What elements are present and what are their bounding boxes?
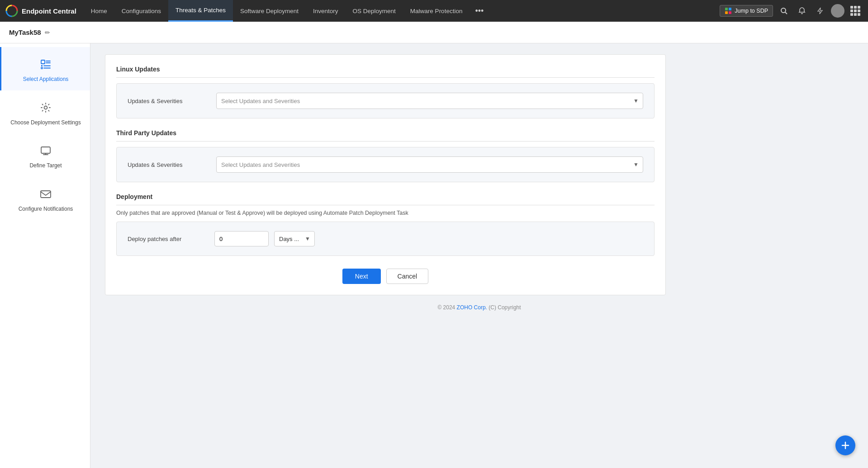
deployment-title: Deployment bbox=[116, 193, 655, 205]
task-name: MyTask58 bbox=[9, 28, 41, 36]
nav-configurations[interactable]: Configurations bbox=[114, 0, 168, 22]
svg-rect-18 bbox=[41, 191, 51, 198]
svg-line-6 bbox=[785, 12, 787, 14]
user-avatar[interactable] bbox=[831, 4, 844, 18]
define-target-label: Define Target bbox=[29, 162, 62, 170]
sidebar-item-deployment-settings[interactable]: Choose Deployment Settings bbox=[0, 90, 90, 134]
nav-items: Home Configurations Threats & Patches So… bbox=[84, 0, 720, 22]
svg-rect-12 bbox=[41, 67, 43, 69]
linux-updates-label: Updates & Severities bbox=[128, 98, 209, 104]
apps-grid-button[interactable] bbox=[848, 4, 863, 18]
deployment-settings-icon bbox=[38, 99, 54, 116]
nav-malware-protection[interactable]: Malware Protection bbox=[403, 0, 470, 22]
third-party-updates-row: Updates & Severities Select Updates and … bbox=[128, 156, 643, 173]
deployment-section: Deployment Only patches that are approve… bbox=[116, 193, 655, 256]
days-select-wrapper: Days ... Hours ... ▼ bbox=[274, 231, 315, 246]
brand-logo-link[interactable]: Endpoint Central bbox=[5, 5, 76, 17]
cancel-button[interactable]: Cancel bbox=[386, 269, 429, 284]
fab-button[interactable] bbox=[835, 435, 855, 455]
svg-point-14 bbox=[44, 106, 47, 109]
sidebar: Select Applications Choose Deployment Se… bbox=[0, 43, 90, 468]
nav-inventory[interactable]: Inventory bbox=[306, 0, 346, 22]
deployment-row: Deploy patches after Days ... Hours ... … bbox=[128, 231, 643, 246]
select-applications-icon bbox=[38, 56, 54, 72]
edit-icon[interactable]: ✏ bbox=[45, 29, 50, 36]
linux-updates-select[interactable]: Select Updates and Severities bbox=[216, 93, 643, 109]
fab-icon bbox=[841, 441, 850, 450]
main-layout: Select Applications Choose Deployment Se… bbox=[0, 43, 868, 468]
linux-updates-select-wrapper: Select Updates and Severities ▼ bbox=[216, 93, 643, 109]
activity-button[interactable] bbox=[813, 4, 827, 18]
nav-right: Jump to SDP bbox=[720, 4, 863, 18]
grid-icon bbox=[850, 6, 860, 16]
next-button[interactable]: Next bbox=[342, 269, 381, 284]
deploy-patches-label: Deploy patches after bbox=[128, 236, 209, 242]
nav-home[interactable]: Home bbox=[84, 0, 114, 22]
svg-point-5 bbox=[781, 8, 786, 13]
content-card: Linux Updates Updates & Severities Selec… bbox=[105, 54, 666, 295]
brand-name: Endpoint Central bbox=[22, 7, 76, 15]
navbar: Endpoint Central Home Configurations Thr… bbox=[0, 0, 868, 22]
nav-os-deployment[interactable]: OS Deployment bbox=[346, 0, 403, 22]
jump-to-sdp-button[interactable]: Jump to SDP bbox=[720, 5, 773, 17]
svg-rect-2 bbox=[729, 8, 731, 10]
sidebar-item-select-applications[interactable]: Select Applications bbox=[0, 47, 90, 90]
sidebar-item-configure-notifications[interactable]: Configure Notifications bbox=[0, 177, 90, 220]
svg-rect-7 bbox=[41, 60, 45, 64]
configure-notifications-label: Configure Notifications bbox=[19, 206, 73, 213]
third-party-updates-section: Third Party Updates Updates & Severities… bbox=[116, 129, 655, 182]
linux-updates-row: Updates & Severities Select Updates and … bbox=[128, 93, 643, 109]
footer-company-link[interactable]: ZOHO Corp. bbox=[457, 304, 487, 311]
footer-text: © 2024 bbox=[437, 304, 456, 311]
linux-updates-form: Updates & Severities Select Updates and … bbox=[116, 83, 655, 118]
sdp-icon bbox=[725, 7, 732, 14]
footer-copyright: (C) Copyright bbox=[487, 304, 521, 311]
nav-threats-patches[interactable]: Threats & Patches bbox=[168, 0, 233, 22]
svg-rect-15 bbox=[41, 147, 50, 153]
footer: © 2024 ZOHO Corp. (C) Copyright bbox=[105, 295, 854, 320]
lightning-icon bbox=[816, 7, 824, 14]
brand-logo-icon bbox=[5, 5, 18, 17]
deployment-form: Deploy patches after Days ... Hours ... … bbox=[116, 222, 655, 256]
define-target-icon bbox=[38, 142, 54, 159]
svg-rect-10 bbox=[41, 65, 43, 66]
nav-software-deployment[interactable]: Software Deployment bbox=[233, 0, 306, 22]
search-button[interactable] bbox=[777, 4, 791, 18]
sidebar-item-define-target[interactable]: Define Target bbox=[0, 133, 90, 177]
svg-rect-4 bbox=[729, 11, 731, 14]
third-party-updates-form: Updates & Severities Select Updates and … bbox=[116, 147, 655, 182]
linux-updates-title: Linux Updates bbox=[116, 66, 655, 78]
notifications-button[interactable] bbox=[795, 4, 809, 18]
linux-updates-section: Linux Updates Updates & Severities Selec… bbox=[116, 66, 655, 118]
button-row: Next Cancel bbox=[116, 269, 655, 284]
deployment-note: Only patches that are approved (Manual o… bbox=[116, 210, 655, 216]
svg-rect-1 bbox=[725, 8, 728, 10]
svg-rect-3 bbox=[725, 11, 728, 14]
breadcrumb-bar: MyTask58 ✏ bbox=[0, 22, 868, 43]
third-party-updates-select[interactable]: Select Updates and Severities bbox=[216, 156, 643, 173]
third-party-updates-title: Third Party Updates bbox=[116, 129, 655, 142]
search-icon bbox=[780, 7, 787, 14]
select-applications-label: Select Applications bbox=[23, 76, 69, 83]
nav-more[interactable]: ••• bbox=[470, 0, 489, 22]
days-select[interactable]: Days ... Hours ... bbox=[274, 231, 315, 246]
content-area: Linux Updates Updates & Severities Selec… bbox=[90, 43, 868, 468]
page-wrapper: MyTask58 ✏ Select App bbox=[0, 22, 868, 468]
jump-to-sdp-label: Jump to SDP bbox=[735, 8, 768, 14]
deployment-settings-label: Choose Deployment Settings bbox=[10, 119, 81, 127]
deploy-patches-input[interactable] bbox=[214, 231, 269, 246]
third-party-updates-select-wrapper: Select Updates and Severities ▼ bbox=[216, 156, 643, 173]
configure-notifications-icon bbox=[38, 186, 54, 202]
third-party-updates-label: Updates & Severities bbox=[128, 161, 209, 168]
bell-icon bbox=[798, 7, 806, 14]
